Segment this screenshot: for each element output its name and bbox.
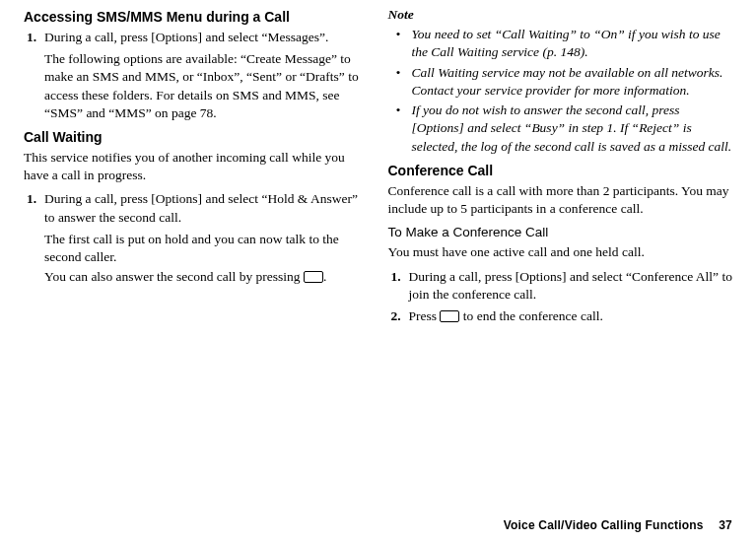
right-column: Note You need to set “Call Waiting” to “… <box>388 6 733 517</box>
page: Accessing SMS/MMS Menu during a Call 1. … <box>0 0 756 543</box>
list-item: 1. During a call, press [Options] and se… <box>24 29 369 46</box>
paragraph: Conference call is a call with more than… <box>388 182 733 218</box>
text-fragment: to end the conference call. <box>459 308 602 323</box>
list-item: 1. During a call, press [Options] and se… <box>24 190 369 226</box>
list-item: 1. During a call, press [Options] and se… <box>388 268 733 304</box>
content-columns: Accessing SMS/MMS Menu during a Call 1. … <box>24 6 732 517</box>
step-text: During a call, press [Options] and selec… <box>44 29 369 46</box>
list-item: 2. Press to end the conference call. <box>388 307 733 325</box>
note-bullet-list: You need to set “Call Waiting” to “On” i… <box>388 26 733 156</box>
heading-conference-call: Conference Call <box>388 162 733 180</box>
step-number: 1. <box>27 29 44 46</box>
subheading-make-conference: To Make a Conference Call <box>388 224 733 241</box>
note-label: Note <box>388 6 733 24</box>
step-text: Press to end the conference call. <box>409 307 733 325</box>
step-text: During a call, press [Options] and selec… <box>44 190 369 226</box>
text-fragment: Press <box>409 308 441 323</box>
paragraph: The following options are available: “Cr… <box>44 50 369 122</box>
list-item: Call Waiting service may not be availabl… <box>402 64 733 100</box>
paragraph: The first call is put on hold and you ca… <box>44 231 369 266</box>
step-text: During a call, press [Options] and selec… <box>409 268 733 304</box>
footer-page-number: 37 <box>719 518 732 532</box>
heading-accessing-sms: Accessing SMS/MMS Menu during a Call <box>24 8 369 27</box>
page-footer: Voice Call/Video Calling Functions 37 <box>24 517 732 533</box>
paragraph: You can also answer the second call by p… <box>44 268 369 286</box>
paragraph: You must have one active call and one he… <box>388 243 733 261</box>
list-item: You need to set “Call Waiting” to “On” i… <box>402 26 733 61</box>
footer-section-title: Voice Call/Video Calling Functions <box>504 518 704 532</box>
heading-call-waiting: Call Waiting <box>24 128 369 147</box>
paragraph-group: The first call is put on hold and you ca… <box>44 231 369 287</box>
step-number: 1. <box>27 190 44 226</box>
key-icon <box>440 310 459 322</box>
list-item: If you do not wish to answer the second … <box>402 102 733 156</box>
text-fragment: You can also answer the second call by p… <box>44 269 304 284</box>
paragraph: This service notifies you of another inc… <box>24 149 369 184</box>
step-number: 1. <box>391 268 409 304</box>
left-column: Accessing SMS/MMS Menu during a Call 1. … <box>24 6 369 517</box>
step-number: 2. <box>391 307 409 325</box>
key-icon <box>304 271 323 283</box>
text-fragment: . <box>323 269 326 284</box>
